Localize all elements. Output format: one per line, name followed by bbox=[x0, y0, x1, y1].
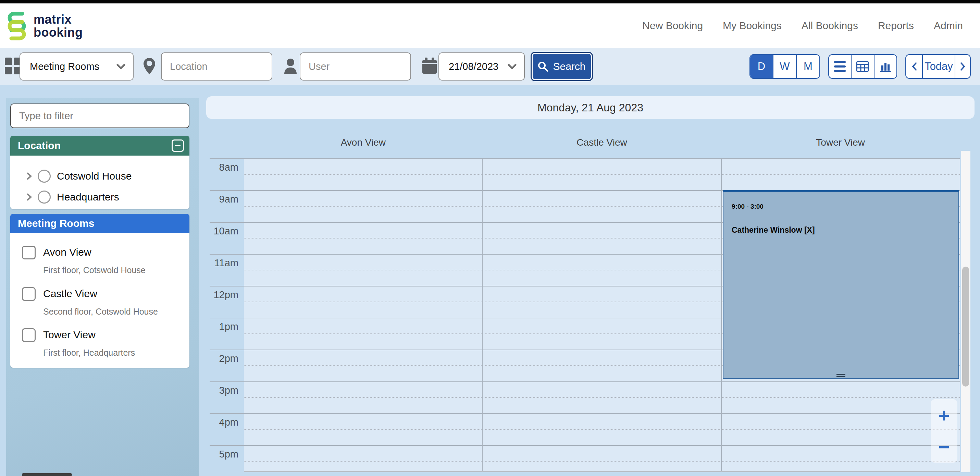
search-icon bbox=[538, 61, 548, 72]
cotswold-house-radio[interactable] bbox=[38, 170, 51, 183]
booking-event-catherine-winslow[interactable]: 9:00 - 3:00 Catherine Winslow [X] bbox=[723, 190, 959, 379]
meeting-rooms-panel-header: Meeting Rooms bbox=[10, 214, 189, 233]
tree-item-cotswold-house[interactable]: Cotswold House bbox=[10, 167, 189, 186]
event-title: Catherine Winslow [X] bbox=[732, 226, 815, 235]
prev-day-button[interactable] bbox=[906, 55, 922, 78]
user-icon bbox=[284, 58, 298, 74]
collapse-minus-icon[interactable] bbox=[172, 140, 184, 152]
location-input[interactable] bbox=[162, 61, 272, 72]
chevron-right-icon bbox=[25, 193, 33, 201]
avon-view-checkbox[interactable] bbox=[22, 246, 36, 259]
app-header: matrix booking New Booking My Bookings A… bbox=[0, 3, 980, 48]
chevron-down-icon bbox=[508, 64, 517, 69]
filter-field-wrap bbox=[10, 103, 189, 128]
tree-item-headquarters[interactable]: Headquarters bbox=[10, 188, 189, 207]
table-icon bbox=[856, 60, 869, 72]
location-pin-icon bbox=[143, 57, 156, 75]
time-label-5pm: 5pm bbox=[205, 449, 239, 460]
chevron-left-icon bbox=[912, 62, 917, 71]
matrix-booking-logo[interactable]: matrix booking bbox=[6, 10, 83, 43]
time-label-2pm: 2pm bbox=[205, 353, 239, 364]
filter-sidebar: Location Cotswold House Headquarters Mee… bbox=[6, 98, 199, 476]
location-panel-title: Location bbox=[18, 140, 60, 151]
nav-new-booking[interactable]: New Booking bbox=[642, 20, 703, 32]
time-label-3pm: 3pm bbox=[205, 385, 239, 396]
calendar-icon bbox=[422, 57, 437, 74]
tree-item-label: Cotswold House bbox=[57, 170, 132, 182]
sidebar-horizontal-scrollbar[interactable] bbox=[22, 473, 72, 476]
chevron-right-icon bbox=[25, 172, 33, 180]
nav-reports[interactable]: Reports bbox=[878, 20, 914, 32]
tree-item-label: Headquarters bbox=[57, 191, 119, 203]
grid-hour-row bbox=[244, 158, 960, 190]
zoom-controls: + − bbox=[931, 399, 958, 463]
event-time-range: 9:00 - 3:00 bbox=[732, 203, 764, 210]
time-label-11am: 11am bbox=[205, 257, 239, 269]
date-nav-group: Today bbox=[905, 54, 971, 79]
grid-hour-row bbox=[244, 381, 960, 413]
time-label-12pm: 12pm bbox=[205, 289, 239, 301]
date-select[interactable]: 21/08/2023 bbox=[438, 53, 525, 81]
next-day-button[interactable] bbox=[955, 55, 970, 78]
calendar-date-header: Monday, 21 Aug 2023 bbox=[206, 96, 975, 119]
column-header-tower-view: Tower View bbox=[721, 137, 960, 148]
column-header-castle-view: Castle View bbox=[483, 137, 721, 148]
time-label-9am: 9am bbox=[205, 194, 239, 205]
category-select[interactable]: Meeting Rooms bbox=[19, 53, 134, 81]
view-month-button[interactable]: M bbox=[796, 55, 819, 78]
room-title-tower-view[interactable]: Tower View bbox=[43, 329, 95, 341]
column-header-avon-view: Avon View bbox=[244, 137, 483, 148]
chart-view-button[interactable] bbox=[874, 55, 896, 78]
logo-wordmark: matrix booking bbox=[33, 13, 83, 39]
column-divider bbox=[721, 158, 722, 471]
castle-view-checkbox[interactable] bbox=[22, 287, 36, 301]
calendar-date-title: Monday, 21 Aug 2023 bbox=[538, 102, 643, 114]
category-grid-icon bbox=[5, 57, 21, 75]
location-field-wrap bbox=[161, 53, 272, 81]
event-resize-handle[interactable] bbox=[837, 374, 845, 377]
nav-all-bookings[interactable]: All Bookings bbox=[802, 20, 858, 32]
room-title-castle-view[interactable]: Castle View bbox=[43, 288, 97, 299]
table-view-button[interactable] bbox=[851, 55, 873, 78]
user-input[interactable] bbox=[301, 61, 410, 72]
chevron-right-icon bbox=[960, 62, 966, 71]
zoom-out-button[interactable]: − bbox=[931, 431, 958, 463]
zoom-in-button[interactable]: + bbox=[931, 399, 958, 431]
matrix-booking-logo-icon bbox=[6, 10, 27, 43]
bar-chart-icon bbox=[879, 60, 892, 72]
category-select-value: Meeting Rooms bbox=[30, 61, 99, 72]
date-select-value: 21/08/2023 bbox=[449, 61, 498, 72]
today-button[interactable]: Today bbox=[922, 55, 955, 78]
view-week-button[interactable]: W bbox=[773, 55, 796, 78]
room-title-avon-view[interactable]: Avon View bbox=[43, 247, 91, 258]
grid-hour-row bbox=[244, 445, 960, 472]
nav-admin[interactable]: Admin bbox=[934, 20, 963, 32]
headquarters-radio[interactable] bbox=[38, 191, 51, 204]
column-headers: Avon View Castle View Tower View bbox=[244, 137, 960, 148]
filter-input[interactable] bbox=[11, 104, 189, 127]
grid-hour-row bbox=[244, 413, 960, 445]
view-toggle-group: D W M bbox=[749, 54, 820, 79]
view-day-button[interactable]: D bbox=[750, 55, 773, 78]
list-icon bbox=[834, 61, 846, 72]
top-black-bar bbox=[0, 0, 980, 3]
time-label-1pm: 1pm bbox=[205, 321, 239, 333]
nav-my-bookings[interactable]: My Bookings bbox=[723, 20, 782, 32]
column-divider bbox=[482, 158, 483, 471]
chevron-down-icon bbox=[116, 64, 126, 69]
calendar-scrollbar-thumb[interactable] bbox=[962, 267, 969, 387]
display-mode-group bbox=[828, 54, 897, 79]
meeting-rooms-panel-title: Meeting Rooms bbox=[18, 218, 94, 229]
room-subtitle: First floor, Cotswold House bbox=[43, 265, 146, 275]
main-nav: New Booking My Bookings All Bookings Rep… bbox=[642, 3, 963, 48]
room-subtitle: Second floor, Cotswold House bbox=[43, 307, 158, 317]
location-panel-header: Location bbox=[10, 136, 189, 156]
list-view-button[interactable] bbox=[829, 55, 851, 78]
search-toolbar: Meeting Rooms 21/08/2023 Search D W M bbox=[0, 48, 980, 85]
calendar-grid[interactable]: 9:00 - 3:00 Catherine Winslow [X] bbox=[244, 158, 960, 472]
tower-view-checkbox[interactable] bbox=[22, 328, 36, 342]
time-label-8am: 8am bbox=[205, 162, 239, 173]
user-field-wrap bbox=[300, 53, 411, 81]
location-panel: Location Cotswold House Headquarters bbox=[10, 136, 189, 209]
search-button[interactable]: Search bbox=[531, 53, 592, 80]
